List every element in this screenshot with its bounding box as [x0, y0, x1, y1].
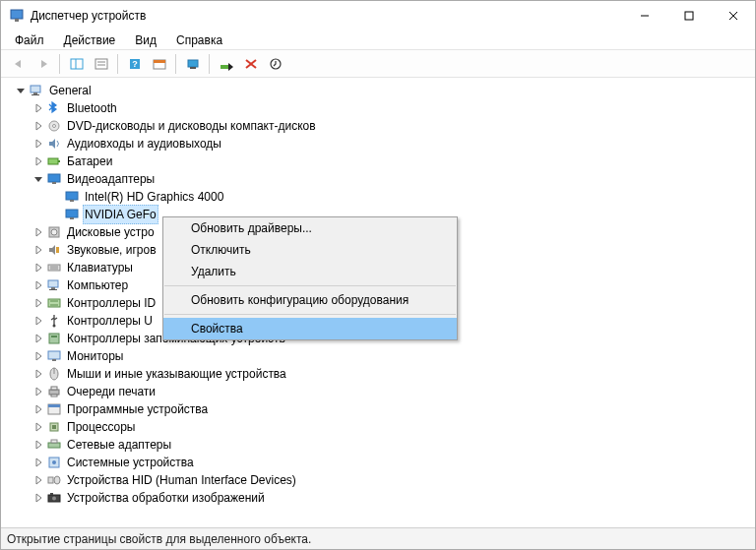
context-menu-separator — [164, 314, 456, 315]
expander-icon[interactable] — [32, 474, 44, 486]
expander-icon[interactable] — [32, 439, 44, 451]
menu-help[interactable]: Справка — [168, 32, 230, 48]
tree-node-label: Системные устройства — [65, 454, 196, 471]
expander-icon[interactable] — [32, 386, 44, 397]
calendar-button[interactable] — [148, 53, 170, 75]
show-hide-console-button[interactable] — [65, 53, 88, 75]
cpu-icon — [46, 419, 62, 435]
scan-hardware-button[interactable] — [181, 53, 204, 75]
context-menu-disable[interactable]: Отключить — [163, 239, 457, 261]
tree-node-label: Мыши и иные указывающие устройства — [65, 365, 288, 383]
tree-category-node[interactable]: Сетевые адаптеры — [5, 436, 751, 454]
tree-category-node[interactable]: Устройства обработки изображений — [5, 489, 751, 507]
expander-icon[interactable] — [32, 120, 44, 132]
expander-icon[interactable] — [32, 333, 44, 344]
imaging-icon — [46, 490, 62, 506]
expander-icon[interactable] — [32, 297, 44, 309]
svg-rect-0 — [11, 10, 23, 19]
tree-node-label: Сетевые адаптеры — [65, 436, 173, 454]
tree-category-node[interactable]: Аудиовходы и аудиовыходы — [5, 135, 751, 153]
maximize-button[interactable] — [666, 2, 711, 30]
expander-icon[interactable] — [32, 226, 44, 238]
tree-root-node[interactable]: General — [5, 82, 751, 99]
tree-category-node[interactable]: Программные устройства — [5, 400, 751, 418]
context-menu-scan-hardware[interactable]: Обновить конфигурацию оборудования — [163, 289, 457, 311]
app-icon — [9, 8, 25, 24]
expander-icon[interactable] — [32, 155, 44, 167]
storage-icon — [46, 331, 62, 346]
expander-icon[interactable] — [32, 138, 44, 150]
expander-icon[interactable] — [32, 368, 44, 380]
tree-category-node[interactable]: Мыши и иные указывающие устройства — [5, 365, 751, 383]
tree-node-label: Процессоры — [65, 418, 138, 436]
expander-icon[interactable] — [32, 403, 44, 415]
tree-category-node[interactable]: Видеоадаптеры — [5, 170, 751, 188]
close-button[interactable] — [711, 2, 755, 30]
tree-category-node[interactable]: DVD-дисководы и дисководы компакт-дисков — [5, 117, 751, 135]
minimize-button[interactable] — [622, 2, 666, 30]
context-menu-uninstall[interactable]: Удалить — [163, 261, 457, 282]
computer-icon — [29, 83, 44, 98]
uninstall-device-button[interactable] — [264, 53, 286, 75]
expander-icon[interactable] — [32, 492, 44, 504]
svg-point-65 — [54, 476, 60, 484]
expander-icon[interactable] — [32, 315, 44, 327]
tree-device-node[interactable]: Intel(R) HD Graphics 4000 — [5, 188, 751, 206]
tree-node-label: Контроллеры U — [65, 312, 155, 330]
properties-button[interactable] — [90, 53, 112, 75]
svg-rect-43 — [48, 299, 60, 307]
toolbar-separator — [59, 54, 60, 74]
context-menu-properties[interactable]: Свойства — [163, 318, 457, 339]
device-tree[interactable]: GeneralBluetoothDVD-дисководы и дисковод… — [1, 78, 755, 527]
tree-category-node[interactable]: Батареи — [5, 153, 751, 170]
svg-rect-22 — [33, 92, 37, 94]
help-button[interactable]: ? — [123, 53, 146, 75]
tree-category-node[interactable]: Системные устройства — [5, 454, 751, 471]
nav-back-button[interactable] — [7, 53, 30, 75]
tree-category-node[interactable]: Очереди печати — [5, 383, 751, 400]
context-menu-update-drivers[interactable]: Обновить драйверы... — [163, 217, 457, 239]
expander-icon[interactable] — [32, 244, 44, 256]
menubar: Файл Действие Вид Справка — [1, 31, 755, 50]
expander-icon[interactable] — [32, 421, 44, 433]
tree-category-node[interactable]: Устройства HID (Human Interface Devices) — [5, 471, 751, 489]
expander-icon[interactable] — [32, 279, 44, 291]
tree-node-label: Батареи — [65, 153, 114, 170]
expander-icon[interactable] — [32, 350, 44, 362]
tree-node-label: Дисковые устро — [65, 223, 157, 241]
tree-category-node[interactable]: Процессоры — [5, 418, 751, 436]
context-menu: Обновить драйверы... Отключить Удалить О… — [162, 216, 458, 340]
tree-category-node[interactable]: Мониторы — [5, 347, 751, 365]
svg-rect-1 — [15, 19, 19, 22]
svg-rect-49 — [48, 351, 60, 359]
menu-action[interactable]: Действие — [56, 32, 124, 48]
expander-icon — [50, 191, 62, 203]
usb-icon — [46, 313, 62, 329]
svg-line-4 — [729, 12, 737, 20]
menu-file[interactable]: Файл — [7, 32, 52, 48]
expander-icon[interactable] — [32, 102, 44, 114]
svg-rect-31 — [70, 200, 74, 202]
tree-category-node[interactable]: Bluetooth — [5, 99, 751, 117]
ide-icon — [46, 295, 62, 311]
tree-node-label: General — [47, 82, 94, 99]
disable-device-button[interactable] — [239, 53, 262, 75]
svg-rect-26 — [48, 158, 58, 164]
svg-rect-6 — [71, 59, 83, 69]
tree-node-label: NVIDIA GeFo — [83, 205, 158, 224]
display-icon — [46, 171, 62, 187]
toolbar-separator — [175, 54, 176, 74]
svg-point-25 — [53, 125, 56, 128]
expander-icon[interactable] — [32, 173, 44, 185]
svg-rect-32 — [66, 210, 78, 217]
enable-device-button[interactable] — [215, 53, 237, 75]
menu-view[interactable]: Вид — [127, 32, 164, 48]
expander-icon[interactable] — [15, 85, 27, 96]
expander-icon[interactable] — [32, 262, 44, 274]
svg-rect-47 — [49, 334, 59, 343]
nav-forward-button[interactable] — [32, 53, 54, 75]
system-icon — [46, 455, 62, 470]
tree-node-label: Устройства HID (Human Interface Devices) — [65, 471, 298, 489]
expander-icon[interactable] — [32, 457, 44, 468]
svg-rect-21 — [31, 86, 40, 92]
